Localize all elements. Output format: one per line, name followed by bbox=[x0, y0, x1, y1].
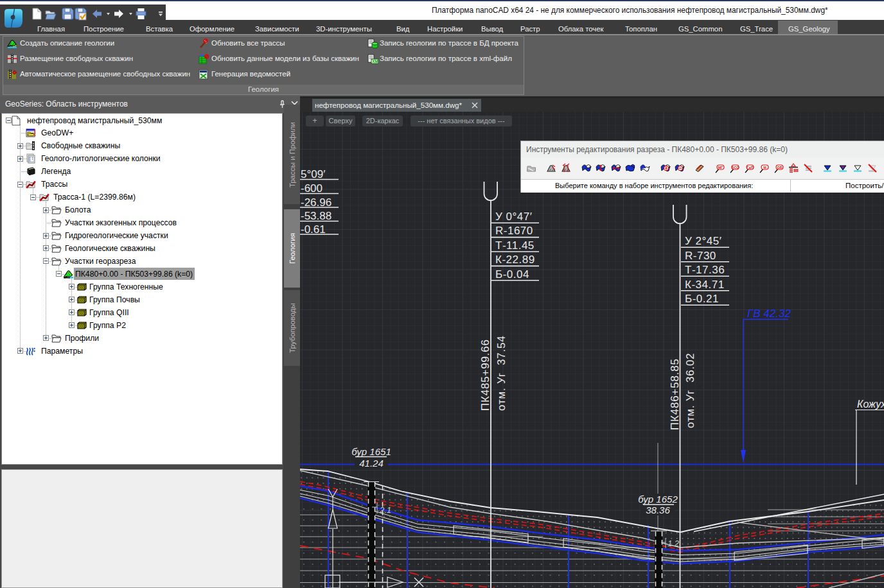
svg-text:-600: -600 bbox=[301, 182, 323, 195]
svg-text:отм. Уг 37.54: отм. Уг 37.54 bbox=[495, 336, 508, 411]
svg-text:41.24: 41.24 bbox=[359, 458, 384, 469]
svg-text:ПК485+99.66: ПК485+99.66 bbox=[479, 339, 491, 411]
svg-text:5°09′: 5°09′ bbox=[301, 168, 325, 180]
svg-text:2.1: 2.1 bbox=[379, 505, 391, 515]
svg-text:Б-0.04: Б-0.04 bbox=[495, 268, 529, 281]
svg-text:К-22.89: К-22.89 bbox=[495, 254, 535, 266]
svg-text:Т-17.36: Т-17.36 bbox=[685, 264, 725, 276]
svg-text:38.36: 38.36 bbox=[646, 505, 670, 515]
svg-text:ПК486+58.85: ПК486+58.85 bbox=[669, 358, 681, 430]
svg-text:-53.88: -53.88 bbox=[301, 210, 332, 222]
svg-text:-0.61: -0.61 bbox=[301, 223, 326, 236]
svg-text:XML: XML bbox=[372, 59, 378, 64]
svg-text:Т-11.45: Т-11.45 bbox=[495, 239, 535, 252]
svg-text:бур 1652: бур 1652 bbox=[638, 494, 678, 505]
svg-text:ГВ 42.32: ГВ 42.32 bbox=[747, 307, 791, 320]
svg-text:R-730: R-730 bbox=[685, 250, 716, 262]
svg-text:1.2: 1.2 bbox=[667, 539, 680, 548]
svg-text:У 2°45′: У 2°45′ bbox=[685, 235, 721, 247]
svg-text:R-1670: R-1670 bbox=[495, 225, 533, 237]
svg-text:К-34.71: К-34.71 bbox=[685, 279, 725, 291]
svg-text:бур 1651: бур 1651 bbox=[351, 446, 391, 457]
svg-text:У 0°47′: У 0°47′ bbox=[495, 211, 532, 223]
svg-text:Б-0.21: Б-0.21 bbox=[685, 293, 719, 305]
svg-text:Кожух: Кожух bbox=[857, 399, 884, 410]
svg-text:-26.96: -26.96 bbox=[301, 196, 332, 209]
svg-text:отм. Уг 36.02: отм. Уг 36.02 bbox=[684, 353, 696, 428]
